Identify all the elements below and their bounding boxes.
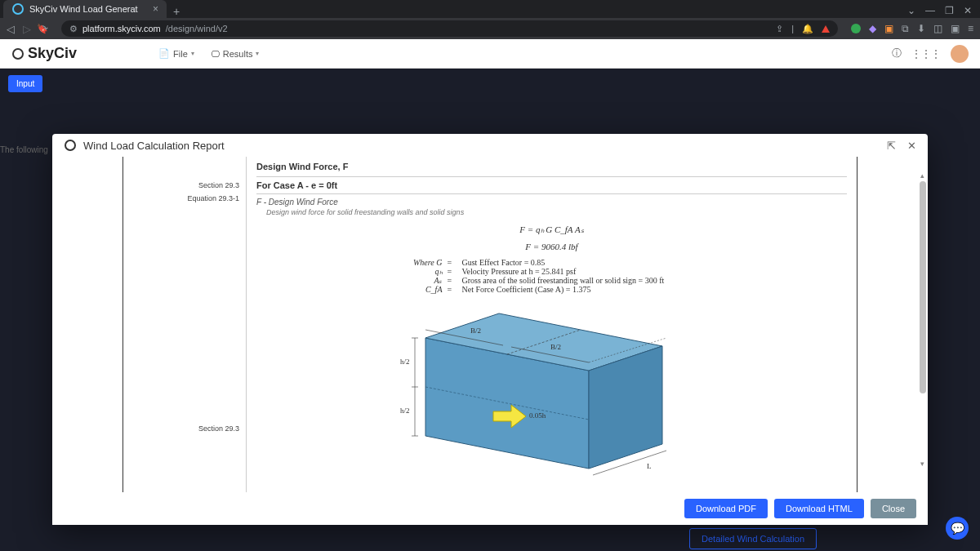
results-menu[interactable]: 🖵 Results ▾ [211,49,260,59]
svg-text:B/2: B/2 [470,327,481,335]
app-header: SkyCiv 📄 File ▾ 🖵 Results ▾ ⓘ ⋮⋮⋮ [0,39,980,69]
ext-warning-icon[interactable] [822,25,830,33]
skyciv-logo-icon [11,47,24,60]
tab-title: SkyCiv Wind Load Generat [29,4,138,14]
site-settings-icon[interactable]: ⚙ [69,24,78,34]
case-a-label: For Case A - e = 0ft [256,176,847,193]
scroll-thumb[interactable] [920,181,926,393]
download-pdf-button[interactable]: Download PDF [684,499,768,518]
modal-title: Wind Load Calculation Report [83,140,225,152]
results-icon: 🖵 [211,49,220,59]
url-path: /design/wind/v2 [166,24,228,33]
svg-text:h/2: h/2 [400,407,410,415]
bookmark-icon[interactable]: 🔖 [37,24,48,34]
ref-section: Section 29.3 [130,181,239,189]
formula-result: F = 9060.4 lbf [256,242,847,251]
tab-strip: SkyCiv Wind Load Generat × + ⌄ — ❐ ✕ [0,0,980,18]
scroll-up-icon[interactable]: ▴ [918,171,926,180]
close-tab-icon[interactable]: × [153,3,158,15]
svg-point-0 [13,4,23,14]
window-minimize-icon[interactable]: — [925,5,935,16]
scroll-down-icon[interactable]: ▾ [918,460,926,468]
where-row: Where G = Gust Effect Factor = 0.85 [372,258,732,267]
detailed-wind-calc-button[interactable]: Detailed Wind Calculation [689,528,817,549]
where-row: Aₛ = Gross area of the solid freestandin… [372,276,732,285]
chat-bubble-icon[interactable]: 💬 [946,517,969,540]
force-description: Design wind force for solid freestanding… [256,208,847,216]
file-icon: 📄 [158,48,170,59]
section-heading: Design Wind Force, F [256,162,847,171]
report-refs-column: Section 29.3 Equation 29.3-1 Section 29.… [123,157,246,492]
forward-icon[interactable]: ▷ [23,23,31,35]
input-tab[interactable]: Input [8,75,42,92]
back-icon[interactable]: ◁ [7,23,15,35]
app-body: Input The following Detailed Wind Calcul… [0,69,980,551]
browser-right-icons: ◆ ▣ ⧉ ⬇ ◫ ▣ ≡ [851,23,973,34]
svg-point-2 [65,140,75,150]
ref-section: Section 29.3 [130,424,239,433]
apps-icon[interactable]: ⋮⋮⋮ [911,48,941,60]
ext-diamond-icon[interactable]: ◆ [869,23,876,34]
file-menu[interactable]: 📄 File ▾ [158,48,194,59]
window-restore-icon[interactable]: ❐ [945,5,954,16]
window-close-icon[interactable]: ✕ [964,5,972,16]
browser-tab[interactable]: SkyCiv Wind Load Generat × [3,0,167,18]
ref-equation: Equation 29.3-1 [130,194,239,202]
close-button[interactable]: Close [871,499,916,518]
url-host: platform.skyciv.com [82,24,161,33]
chevron-down-icon: ▾ [256,50,259,57]
svg-text:B/2: B/2 [550,343,561,351]
share-icon[interactable]: ⇪ [776,24,783,34]
figure-case-a-diagram: B/2 B/2 h/2 h/2 0.05h L [381,305,724,492]
svg-text:0.05h: 0.05h [529,411,546,420]
address-bar-row: ◁ ▷ ⟳ 🔖 ⚙ platform.skyciv.com/design/win… [0,18,980,39]
ext-notif-icon[interactable]: 🔔 [802,24,813,34]
panel-icon[interactable]: ◫ [933,23,942,34]
modal-footer: Download PDF Download HTML Close [52,492,928,525]
svg-point-1 [13,49,23,59]
chevron-down-icon[interactable]: ⌄ [907,5,915,16]
modal-header: Wind Load Calculation Report ⇱ ✕ [52,134,928,157]
url-bar[interactable]: 🔖 ⚙ platform.skyciv.com/design/wind/v2 ⇪… [61,20,838,37]
extensions-icon[interactable]: ⧉ [902,23,909,34]
modal-body: ▴ ▾ Section 29.3 Equation 29.3-1 Section… [52,157,928,492]
download-icon[interactable]: ⬇ [917,23,925,34]
report-main-column: Design Wind Force, F For Case A - e = 0f… [246,157,857,492]
skyciv-logo-icon [64,139,77,152]
skyciv-favicon-icon [11,2,24,16]
svg-text:h/2: h/2 [400,358,410,366]
scrollbar[interactable]: ▴ ▾ [920,181,926,451]
ext-orange-icon[interactable]: ▣ [884,23,893,34]
modal-close-icon[interactable]: ✕ [907,140,916,152]
menu-icon[interactable]: ≡ [968,23,973,34]
where-row: C_fA = Net Force Coefficient (Case A) = … [372,285,732,294]
where-row: qₕ = Velocity Pressure at h = 25.841 psf [372,267,732,276]
force-label: F - Design Wind Force [256,193,847,208]
download-html-button[interactable]: Download HTML [774,499,864,518]
help-icon[interactable]: ⓘ [892,47,902,60]
svg-text:L: L [647,462,652,470]
where-block: Where G = Gust Effect Factor = 0.85 qₕ =… [372,258,732,294]
report-page: Section 29.3 Equation 29.3-1 Section 29.… [122,157,858,492]
popout-icon[interactable]: ⇱ [887,140,896,152]
avatar[interactable] [951,45,969,63]
chevron-down-icon: ▾ [191,50,194,57]
brand-text: SkyCiv [28,45,77,62]
app-logo[interactable]: SkyCiv [11,45,77,62]
ext-green-icon[interactable] [851,24,861,33]
formula-main: F = qₕ G C_fA Aₛ [256,224,847,235]
new-tab-button[interactable]: + [167,5,186,18]
report-modal: Wind Load Calculation Report ⇱ ✕ ▴ ▾ Sec… [52,134,928,525]
account-icon[interactable]: ▣ [951,23,960,34]
browser-chrome: SkyCiv Wind Load Generat × + ⌄ — ❐ ✕ ◁ ▷… [0,0,980,39]
background-text: The following [0,145,48,154]
